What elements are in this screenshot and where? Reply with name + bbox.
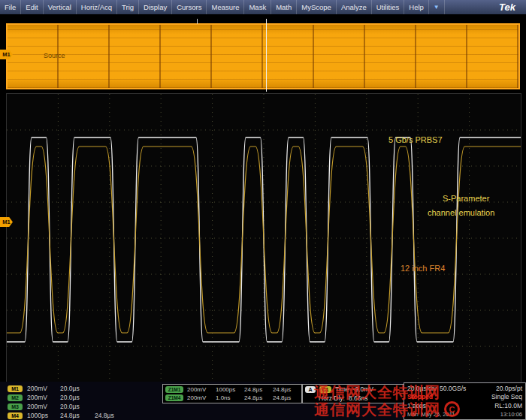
- source-label: Source: [44, 52, 65, 59]
- annotation-fr4: 12 inch FR4: [401, 264, 445, 273]
- zoom-cursor-line[interactable]: [266, 19, 267, 92]
- trigger-level: -9.0mV: [353, 385, 373, 393]
- channel-timebase: 20.0µs: [60, 385, 90, 392]
- trigger-type: Time: [335, 385, 349, 393]
- zoom-scale: 200mV: [187, 394, 212, 401]
- channel-badge[interactable]: M1: [8, 385, 23, 392]
- channel-readout-row: M2 200mV 20.0µs: [8, 393, 125, 402]
- zoom-readout-row: Z1M4 200mV 1.0ns 24.8µs 24.8µs: [165, 394, 299, 402]
- horz-dly-label: Horz Dly:: [319, 394, 345, 402]
- acq-count: 1 acqs: [407, 402, 426, 409]
- trigger-row: A C1 Time -9.0mV: [305, 385, 401, 394]
- horz-dly-value: 8.66ns: [349, 394, 368, 402]
- annotation-bitrate: 5 Gb/s PRBS7: [388, 135, 443, 144]
- channel-badge[interactable]: M2: [8, 394, 23, 401]
- menu-item-trig[interactable]: Trig: [117, 0, 139, 14]
- channel-readout-row: M3 200mV 20.0µs: [8, 402, 125, 411]
- time-text: 13:10:06: [500, 411, 522, 418]
- horizontal-readout-box[interactable]: 20.0µs/div 50.0GS/s 20.0ps/pt Stopped Si…: [404, 382, 526, 420]
- readout-bar: M1 200mV 20.0µs M2 200mV 20.0µs M3 200mV…: [0, 382, 526, 420]
- zoom-badge[interactable]: Z1M4: [165, 394, 183, 401]
- channel-scale: 1000ps: [27, 412, 56, 419]
- zoom-readout-box[interactable]: Z1M1 200mV 1000ps 24.8µs 24.8µs Z1M4 200…: [162, 384, 302, 403]
- zoom-readout-row: Z1M1 200mV 1000ps 24.8µs 24.8µs: [165, 385, 299, 394]
- menu-item-vertical[interactable]: Vertical: [44, 0, 77, 14]
- acquisition-overview[interactable]: Source: [6, 23, 520, 89]
- menu-item-myscope[interactable]: MyScope: [297, 0, 337, 14]
- acq-status: Stopped: [407, 393, 433, 400]
- waveform-display: 5 Gb/s PRBS7 S-Parameter channel emulati…: [6, 93, 521, 383]
- trace-yellow: [7, 147, 521, 333]
- channel-readout-row: M1 200mV 20.0µs: [8, 384, 125, 393]
- trigger-source-badge: C1: [319, 386, 331, 393]
- menu-bar: File Edit Vertical Horiz/Acq Trig Displa…: [0, 0, 526, 14]
- channel-scale: 200mV: [27, 385, 56, 392]
- zoom-timebase: 1.0ns: [216, 394, 240, 401]
- channel-timebase: 24.8µs: [60, 412, 90, 419]
- zoom-timebase: 1000ps: [216, 386, 240, 393]
- zoom-pos2: 24.8µs: [273, 386, 298, 393]
- sample-resolution: 20.0ps/pt: [496, 385, 522, 392]
- channel-badge[interactable]: M3: [8, 403, 23, 410]
- annotation-sparameter: S-Parameter: [443, 194, 489, 203]
- trigger-a-badge: A: [305, 386, 316, 393]
- acq-mode: Single Seq: [491, 393, 522, 400]
- cursor-tick-mark: [197, 19, 198, 24]
- channel-readout-row: M4 1000ps 24.8µs 24.8µs: [8, 411, 125, 420]
- channel-readouts: M1 200mV 20.0µs M2 200mV 20.0µs M3 200mV…: [8, 384, 125, 420]
- record-length: RL:10.0M: [494, 402, 522, 409]
- menu-item-file[interactable]: File: [0, 0, 21, 14]
- menu-item-analyze[interactable]: Analyze: [337, 0, 372, 14]
- menu-item-measure[interactable]: Measure: [207, 0, 244, 14]
- menu-item-display[interactable]: Display: [139, 0, 172, 14]
- acq-count-row: 1 acqs RL:10.0M: [407, 401, 522, 409]
- menu-item-utilities[interactable]: Utilities: [372, 0, 405, 14]
- zoom-scale: 200mV: [187, 386, 212, 393]
- menu-item-horiz-acq[interactable]: Horiz/Acq: [77, 0, 117, 14]
- horizontal-scale: 20.0µs/div: [407, 385, 437, 392]
- graticule-svg: [7, 94, 521, 382]
- channel-badge[interactable]: M4: [8, 412, 23, 419]
- zoom-badge[interactable]: Z1M1: [165, 386, 183, 393]
- datetime-row: Man May 26, 2011 13:10:06: [407, 410, 522, 418]
- zoom-pos2: 24.8µs: [273, 394, 298, 401]
- acq-status-row: Stopped Single Seq: [407, 393, 522, 401]
- channel-scale: 200mV: [27, 403, 56, 410]
- channel-scale: 200mV: [27, 394, 56, 401]
- chevron-down-icon: ▼: [434, 4, 440, 11]
- trigger-mode: Man: [407, 411, 419, 418]
- zoom-pos1: 24.8µs: [244, 394, 269, 401]
- date-text: May 26, 2011: [422, 411, 455, 418]
- zoom-pos1: 24.8µs: [244, 386, 269, 393]
- menu-item-cursors[interactable]: Cursors: [172, 0, 207, 14]
- channel-extra: 24.8µs: [95, 412, 125, 419]
- menu-item-math[interactable]: Math: [271, 0, 297, 14]
- menu-item-mask[interactable]: Mask: [244, 0, 271, 14]
- annotation-channel-emulation: channel emulation: [428, 208, 494, 217]
- channel-timebase: 20.0µs: [60, 403, 90, 410]
- horizontal-scale-row: 20.0µs/div 50.0GS/s 20.0ps/pt: [407, 384, 522, 392]
- menu-item-help[interactable]: Help: [404, 0, 429, 14]
- menu-item-edit[interactable]: Edit: [21, 0, 43, 14]
- tek-logo: Tek: [499, 0, 526, 14]
- menu-dropdown-button[interactable]: ▼: [429, 0, 445, 14]
- trigger-readout-box[interactable]: A C1 Time -9.0mV Horz Dly: 8.66ns: [302, 384, 404, 403]
- channel-timebase: 20.0µs: [60, 394, 90, 401]
- sample-rate: 50.0GS/s: [440, 385, 466, 392]
- trigger-delay-row: Horz Dly: 8.66ns: [305, 394, 401, 403]
